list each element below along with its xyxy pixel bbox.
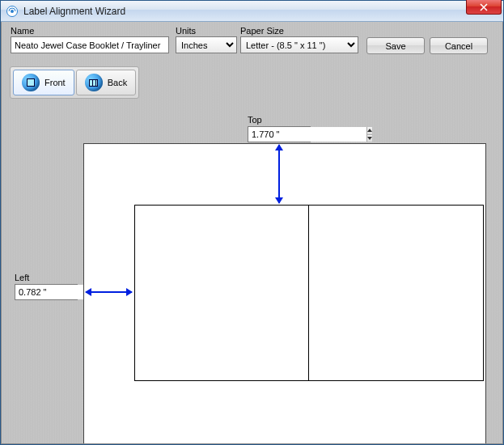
tab-back-label: Back [108,78,127,87]
paper-size-label: Paper Size [240,26,362,36]
left-margin-arrow [86,291,132,293]
top-margin-input[interactable] [248,127,366,142]
client-area: Name Units Inches Paper Size Letter - (8… [1,22,503,444]
top-margin-arrow [278,145,280,203]
back-icon [85,74,103,91]
top-spin-buttons [366,127,372,142]
save-button[interactable]: Save [366,37,425,54]
tab-front-label: Front [44,78,66,87]
tab-back[interactable]: Back [76,70,136,95]
label-outline [134,205,484,381]
top-controls: Name Units Inches Paper Size Letter - (8… [4,24,500,60]
top-margin-spinner[interactable] [248,126,311,142]
top-spin-down[interactable] [367,135,372,142]
chevron-up-icon [367,129,372,132]
left-margin-label: Left [15,273,29,282]
left-margin-spinner[interactable] [15,284,78,300]
units-label: Units [176,26,240,36]
svg-point-1 [11,10,14,13]
name-input[interactable] [11,36,169,53]
chevron-down-icon [367,137,372,140]
close-button[interactable] [466,0,502,15]
app-icon [6,5,19,18]
preview-region: Top Left [6,103,498,439]
titlebar[interactable]: Label Alignment Wizard [1,1,503,22]
tab-strip: Front Back [10,66,139,99]
top-spin-up[interactable] [367,127,372,135]
name-label: Name [11,26,172,36]
window-title: Label Alignment Wizard [23,6,125,17]
window-frame: Label Alignment Wizard Name Units Inches… [0,0,504,445]
paper-size-select[interactable]: Letter - (8.5 " x 11 ") [240,36,358,53]
top-margin-label: Top [248,115,262,125]
label-divider [308,205,309,381]
tab-front[interactable]: Front [13,70,74,95]
front-icon [22,74,40,91]
units-select[interactable]: Inches [176,36,237,53]
cancel-button[interactable]: Cancel [430,37,488,54]
